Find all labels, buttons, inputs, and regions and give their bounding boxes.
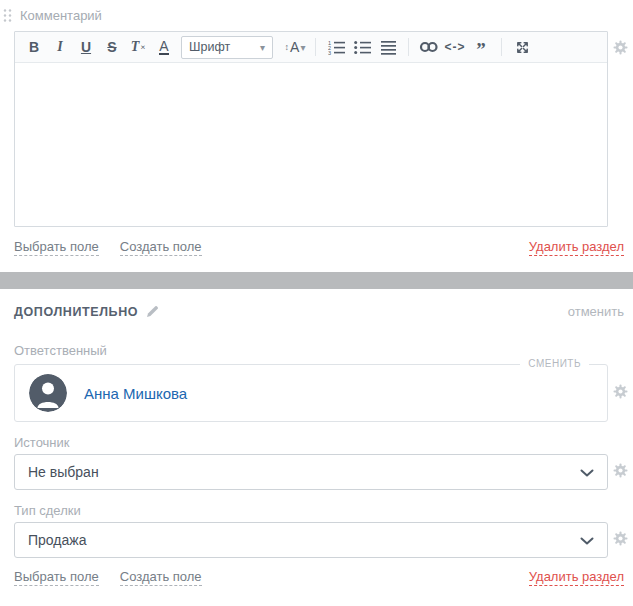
blockquote-button[interactable]: ” [468,34,494,60]
toolbar-separator [408,38,409,56]
text-color-glyph: A [159,39,168,56]
responsible-user-link[interactable]: Анна Мишкова [84,385,187,402]
clear-format-x: × [140,42,145,52]
clear-format-button[interactable]: T× [125,34,151,60]
updown-arrows-icon: ↕ [285,42,290,52]
gear-icon[interactable] [613,463,628,481]
section-title: ДОПОЛНИТЕЛЬНО [14,305,138,319]
drag-handle-icon[interactable] [3,8,12,23]
additional-section-header: ДОПОЛНИТЕЛЬНО отменить [14,304,633,319]
comment-section-footer: Выбрать поле Создать поле Удалить раздел [14,239,633,256]
additional-section: ДОПОЛНИТЕЛЬНО отменить Ответственный СМЕ… [0,304,633,586]
comment-field-label: Комментарий [20,8,102,23]
comment-field-header: Комментарий [3,0,633,23]
additional-section-footer: Выбрать поле Создать поле Удалить раздел [14,569,633,586]
toolbar-separator [315,38,316,56]
editor-toolbar: B I U S T× A Шрифт ▾ ↕ A ▾ [15,32,607,63]
chevron-down-icon: ▾ [260,42,265,53]
editor-content-area[interactable] [15,63,607,226]
link-icon[interactable] [416,34,442,60]
select-field-link[interactable]: Выбрать поле [14,239,99,256]
text-color-button[interactable]: A [151,34,177,60]
avatar [29,374,67,412]
edit-pencil-icon[interactable] [146,305,159,318]
underline-button[interactable]: U [73,34,99,60]
cancel-link[interactable]: отменить [568,304,624,319]
source-code-button[interactable]: <-> [442,34,468,60]
fullscreen-icon[interactable] [509,34,535,60]
align-justify-button[interactable] [375,34,401,60]
section-divider [0,272,633,289]
comment-section: Комментарий B I U S T× A Шрифт ▾ ↕ A ▾ [0,0,633,256]
change-responsible-link[interactable]: СМЕНИТЬ [520,358,589,369]
italic-button[interactable]: I [47,34,73,60]
gear-icon[interactable] [613,531,628,549]
gear-icon[interactable] [613,40,628,58]
create-field-link[interactable]: Создать поле [120,569,202,586]
select-field-link[interactable]: Выбрать поле [14,569,99,586]
toolbar-separator [501,38,502,56]
deal-type-select[interactable]: Продажа [14,522,608,558]
responsible-field: СМЕНИТЬ Анна Мишкова [14,364,608,422]
chevron-down-icon [580,533,594,548]
font-size-button[interactable]: ↕ A ▾ [282,34,308,60]
svg-text:3: 3 [328,50,331,55]
font-size-glyph: A [290,39,299,55]
bullet-list-button[interactable] [349,34,375,60]
chevron-down-icon [580,465,594,480]
source-select[interactable]: Не выбран [14,454,608,490]
numbered-list-button[interactable]: 1 2 3 [323,34,349,60]
font-family-select[interactable]: Шрифт ▾ [181,36,273,59]
delete-section-link[interactable]: Удалить раздел [529,569,624,586]
create-field-link[interactable]: Создать поле [120,239,202,256]
rich-text-editor[interactable]: B I U S T× A Шрифт ▾ ↕ A ▾ [14,31,608,227]
deal-type-value: Продажа [28,532,86,548]
delete-section-link[interactable]: Удалить раздел [529,239,624,256]
clear-format-t: T [131,39,140,55]
source-value: Не выбран [28,464,99,480]
font-family-value: Шрифт [189,40,230,54]
bold-button[interactable]: B [21,34,47,60]
source-label: Источник [14,435,633,450]
chevron-down-icon: ▾ [300,42,305,53]
gear-icon[interactable] [613,384,628,402]
deal-type-label: Тип сделки [14,503,633,518]
responsible-label: Ответственный [14,343,633,358]
strikethrough-button[interactable]: S [99,34,125,60]
